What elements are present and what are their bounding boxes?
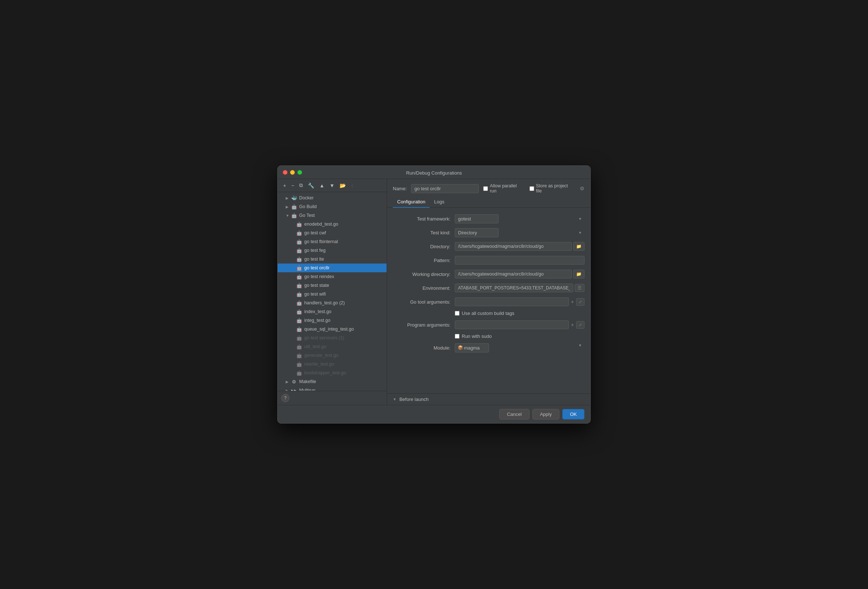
tree-item-label: index_test.go xyxy=(304,309,384,314)
folder-button[interactable]: 📂 xyxy=(338,182,348,189)
program-args-expand-button[interactable]: ⤢ xyxy=(576,321,585,329)
tree-item-label: go test servicers (1) xyxy=(304,335,384,340)
tree-item-label: go test feg xyxy=(304,248,384,253)
pattern-control xyxy=(455,256,585,264)
working-dir-browse-button[interactable]: 📁 xyxy=(573,270,585,279)
tree-item-go-test-reindex[interactable]: ▶ 🤖 go test reindex xyxy=(278,272,387,281)
use-all-tags-row: Use all custom build tags xyxy=(455,310,585,316)
tree-item-rewrite-test[interactable]: ▶ 🤖 rewrite_test.go xyxy=(278,360,387,369)
tree-item-label: Go Build xyxy=(299,204,384,209)
tree-item-handlers-test[interactable]: ▶ 🤖 handlers_test.go (2) xyxy=(278,298,387,307)
directory-input[interactable] xyxy=(455,242,572,251)
ok-button[interactable]: OK xyxy=(562,409,585,419)
file-icon: 🤖 xyxy=(296,370,303,376)
module-icon: 📦 xyxy=(458,345,463,350)
program-args-row: Program arguments: + ⤢ xyxy=(393,320,585,330)
directory-browse-button[interactable]: 📁 xyxy=(573,242,585,251)
test-kind-label: Test kind: xyxy=(393,230,455,235)
select-arrow-icon: ▼ xyxy=(578,231,582,235)
tree-item-go-test-lte[interactable]: ▶ 🤖 go test lte xyxy=(278,255,387,264)
maximize-button[interactable] xyxy=(297,170,302,174)
tree-item-queue-sql[interactable]: ▶ 🤖 queue_sql_integ_test.go xyxy=(278,325,387,334)
cancel-button[interactable]: Cancel xyxy=(499,409,529,419)
tree-item-go-test[interactable]: ▼ 🤖 Go Test xyxy=(278,211,387,220)
go-tool-args-input[interactable] xyxy=(455,297,569,306)
test-kind-control: Directory ▼ xyxy=(455,228,585,237)
pattern-input[interactable] xyxy=(455,256,585,264)
tree-item-label: go test wifi xyxy=(304,292,384,297)
tree-item-go-test-orc8r[interactable]: ▶ 🤖 go test orc8r xyxy=(278,264,387,272)
test-kind-select[interactable]: Directory xyxy=(455,228,499,237)
file-icon: 🤖 xyxy=(296,256,303,263)
tree-item-bootstrapper-test[interactable]: ▶ 🤖 bootstrapper_test.go xyxy=(278,369,387,377)
tab-logs[interactable]: Logs xyxy=(430,196,449,208)
arrow-icon: ▼ xyxy=(286,214,291,218)
working-directory-label: Working directory: xyxy=(393,272,455,277)
tabs: Configuration Logs xyxy=(387,196,590,208)
sort-button[interactable]: ↕ xyxy=(349,182,355,189)
program-args-add-button[interactable]: + xyxy=(570,321,575,328)
working-directory-control: 📁 xyxy=(455,270,585,279)
tree-item-go-test-servicers[interactable]: ▶ 🤖 go test servicers (1) xyxy=(278,334,387,342)
test-framework-label: Test framework: xyxy=(393,216,455,221)
tree-item-label: Multirun xyxy=(299,388,384,391)
wrench-button[interactable]: 🔧 xyxy=(306,182,316,189)
tree-item-util-test[interactable]: ▶ 🤖 util_test.go xyxy=(278,342,387,351)
run-with-sudo-checkbox[interactable] xyxy=(455,334,459,339)
working-directory-input[interactable] xyxy=(455,270,572,279)
tree-item-label: util_test.go xyxy=(304,344,384,349)
tree-item-go-test-wifi[interactable]: ▶ 🤖 go test wifi xyxy=(278,290,387,298)
test-framework-select[interactable]: gotest xyxy=(455,214,499,223)
close-button[interactable] xyxy=(283,170,288,174)
tree-item-multirun[interactable]: ▶ ▶▶ Multirun xyxy=(278,386,387,391)
form-area: Test framework: gotest ▼ Test kind: Dire… xyxy=(387,208,590,393)
tree-item-go-test-state[interactable]: ▶ 🤖 go test state xyxy=(278,281,387,290)
file-icon: 🤖 xyxy=(296,361,303,368)
store-as-project-label[interactable]: Store as project file xyxy=(530,183,575,193)
environment-edit-button[interactable]: ☰ xyxy=(575,284,585,292)
footer: Cancel Apply OK xyxy=(278,405,590,423)
use-all-tags-checkbox[interactable] xyxy=(455,311,459,316)
gear-icon[interactable]: ⚙ xyxy=(580,186,585,191)
tab-configuration[interactable]: Configuration xyxy=(393,196,430,208)
tree-item-label: enodebd_test.go xyxy=(304,221,384,227)
tree-item-makefile[interactable]: ▶ ⚙ Makefile xyxy=(278,377,387,386)
program-args-input[interactable] xyxy=(455,320,569,329)
apply-button[interactable]: Apply xyxy=(532,409,560,419)
environment-input[interactable] xyxy=(455,283,573,292)
go-tool-args-add-button[interactable]: + xyxy=(570,298,575,306)
select-arrow-icon: ▼ xyxy=(578,217,582,221)
tree-item-go-test-feg[interactable]: ▶ 🤖 go test feg xyxy=(278,246,387,255)
name-input[interactable] xyxy=(411,184,479,193)
add-button[interactable]: + xyxy=(281,182,288,189)
before-launch-label: Before launch xyxy=(399,397,428,402)
allow-parallel-label[interactable]: Allow parallel run xyxy=(483,183,524,193)
tree-item-go-build[interactable]: ▶ 🤖 Go Build xyxy=(278,202,387,211)
help-button[interactable]: ? xyxy=(281,394,289,402)
go-tool-args-row: Go tool arguments: + ⤢ xyxy=(393,297,585,307)
environment-label: Environment: xyxy=(393,285,455,291)
tree-item-integ-test[interactable]: ▶ 🤖 integ_test.go xyxy=(278,316,387,325)
directory-label: Directory: xyxy=(393,244,455,249)
tree-item-docker[interactable]: ▶ 🐳 Docker xyxy=(278,193,387,202)
tree-item-generate-test[interactable]: ▶ 🤖 generate_test.go xyxy=(278,351,387,360)
pattern-row: Pattern: xyxy=(393,255,585,265)
makefile-icon: ⚙ xyxy=(291,378,297,385)
remove-button[interactable]: − xyxy=(289,182,296,189)
down-button[interactable]: ▼ xyxy=(328,182,337,189)
store-as-project-checkbox[interactable] xyxy=(530,186,534,191)
tree-item-go-test-cwf[interactable]: ▶ 🤖 go test cwf xyxy=(278,229,387,237)
tree-container: ▶ 🐳 Docker ▶ 🤖 Go Build ▼ 🤖 Go Test xyxy=(278,192,387,391)
tree-item-enodebd[interactable]: ▶ 🤖 enodebd_test.go xyxy=(278,220,387,229)
minimize-button[interactable] xyxy=(290,170,295,174)
up-button[interactable]: ▲ xyxy=(317,182,326,189)
tree-item-label: Makefile xyxy=(299,379,384,384)
go-tool-args-expand-button[interactable]: ⤢ xyxy=(576,298,585,306)
before-launch-section[interactable]: ▼ Before launch xyxy=(387,393,590,405)
tree-item-label: go test fbinternal xyxy=(304,239,384,244)
tree-item-go-test-fbinternal[interactable]: ▶ 🤖 go test fbinternal xyxy=(278,237,387,246)
allow-parallel-checkbox[interactable] xyxy=(483,186,488,191)
copy-button[interactable]: ⧉ xyxy=(297,181,305,189)
test-kind-row: Test kind: Directory ▼ xyxy=(393,227,585,238)
tree-item-index-test[interactable]: ▶ 🤖 index_test.go xyxy=(278,307,387,316)
